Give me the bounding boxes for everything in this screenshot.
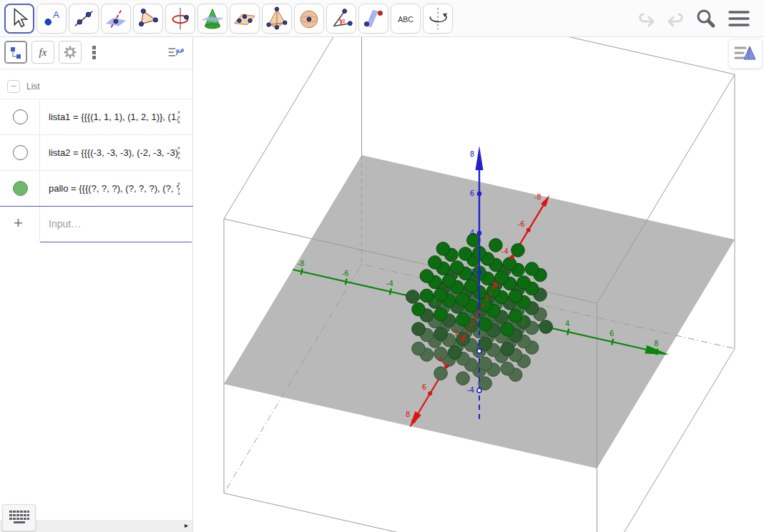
- sphere-icon: [295, 5, 323, 32]
- pallo-point: [434, 367, 448, 380]
- tool-text-button[interactable]: ABC: [391, 4, 421, 34]
- pallo-point: [451, 261, 464, 275]
- row-expression-pallo: pallo = {{{(?, ?, ?), (?, ?, ?), (?, ?, …: [49, 171, 179, 207]
- pallo-point: [420, 270, 434, 283]
- panel-expand-arrow[interactable]: ▸: [185, 521, 188, 529]
- row-menu-button[interactable]: [176, 110, 182, 124]
- collapse-group-button[interactable]: –: [7, 80, 20, 93]
- keyboard-icon: [9, 510, 30, 526]
- axis-arrowhead: [476, 146, 484, 170]
- visibility-marble-pallo[interactable]: [13, 181, 28, 196]
- z-tick-hidden: [477, 388, 481, 393]
- pallo-point: [511, 244, 525, 257]
- algebra-row-pallo[interactable]: pallo = {{{(?, ?, ?), (?, ?, ?), (?, ?, …: [0, 170, 193, 206]
- row-menu-button[interactable]: [176, 146, 182, 160]
- algebra-row-lista1[interactable]: lista1 = {{{(1, 1, 1), (1, 2, 1)}, (1, 2: [0, 99, 193, 134]
- visibility-marble-lista1[interactable]: [13, 109, 28, 124]
- algebra-input-placeholder[interactable]: Input…: [49, 218, 81, 230]
- tool-sphere-button[interactable]: [294, 4, 324, 34]
- graphics-3d-view[interactable]: -8-6-42468-8-6-424682468-4: [193, 37, 764, 532]
- algebra-row-lista2[interactable]: lista2 = {{{(-3, -3, -3), (-2, -3, -3): [0, 134, 193, 170]
- input-underline: [40, 242, 192, 242]
- function-icon: fx: [34, 44, 52, 61]
- undo-button[interactable]: [634, 6, 660, 31]
- axis-tick-label: -8: [534, 193, 542, 201]
- pallo-point: [501, 322, 514, 336]
- tool-intersect-plane-button[interactable]: [101, 4, 131, 34]
- 3d-scene: -8-6-42468-8-6-424682468-4: [193, 37, 764, 532]
- pallo-point: [434, 307, 448, 321]
- pallo-point: [501, 362, 514, 375]
- pallo-point: [456, 372, 470, 385]
- search-button[interactable]: [692, 6, 718, 31]
- more-vertical-button[interactable]: [86, 41, 103, 64]
- tool-plane-3points-button[interactable]: [230, 4, 260, 34]
- toolbar: AαABC: [0, 0, 764, 37]
- axis-tick-label: -4: [501, 247, 509, 255]
- z-tick: [477, 192, 481, 196]
- add-expression-icon: +: [14, 214, 23, 232]
- z-tick-hidden: [477, 349, 481, 353]
- tool-angle-button[interactable]: α: [326, 4, 356, 34]
- axis-tick-label: -6: [518, 220, 525, 228]
- settings-button[interactable]: [59, 41, 82, 64]
- graphics-stylebar-icon: [733, 44, 758, 63]
- tool-reflect-plane-button[interactable]: [358, 4, 388, 34]
- algebra-input-row[interactable]: +Input…: [0, 206, 193, 242]
- row-divider: [39, 171, 40, 206]
- algebra-style-button[interactable]: [167, 41, 185, 64]
- pallo-point: [456, 312, 470, 326]
- pallo-point: [456, 293, 470, 307]
- z-tick: [477, 231, 481, 235]
- more-vertical-icon: [176, 110, 182, 124]
- group-label: List: [26, 82, 40, 92]
- z-tick: [477, 270, 481, 275]
- tool-circle-axis-button[interactable]: [165, 4, 195, 34]
- pallo-point: [420, 289, 434, 302]
- more-vertical-icon: [176, 146, 182, 160]
- menu-button[interactable]: [725, 6, 751, 31]
- pallo-point: [412, 342, 426, 355]
- tool-point-button[interactable]: A: [36, 4, 67, 34]
- visibility-marble-lista2[interactable]: [13, 145, 28, 160]
- tool-move-button[interactable]: [4, 4, 34, 34]
- axis-tick-label: 2: [521, 310, 525, 317]
- virtual-keyboard-button[interactable]: [2, 504, 36, 531]
- settings-icon: [62, 44, 79, 61]
- geogebra-app: AαABC fx – List lista1 = {{{(1, 1, 1), (…: [0, 0, 764, 532]
- algebra-rows: lista1 = {{{(1, 1, 1), (1, 2, 1)}, (1, 2…: [0, 99, 193, 242]
- axis-tick-label: 2: [470, 268, 474, 276]
- svg-text:A: A: [53, 9, 59, 20]
- pallo-point: [479, 357, 492, 370]
- pallo-point: [525, 262, 539, 276]
- point-icon: A: [38, 5, 65, 32]
- pallo-point: [448, 346, 461, 360]
- intersect-plane-icon: [102, 5, 129, 32]
- pallo-point: [436, 242, 450, 256]
- tool-cone-button[interactable]: [197, 4, 227, 34]
- menu-icon: [726, 6, 750, 31]
- pallo-point: [406, 290, 420, 304]
- more-vertical-icon: [176, 182, 182, 196]
- pallo-point: [509, 290, 522, 303]
- axis-tick-label: -6: [342, 270, 349, 277]
- function-button[interactable]: fx: [31, 41, 54, 64]
- algebra-header: fx: [0, 37, 192, 69]
- x-tick: [494, 282, 498, 287]
- tool-pyramid-button[interactable]: [262, 4, 292, 34]
- pallo-point: [479, 317, 492, 331]
- x-tick: [543, 201, 547, 205]
- tree-view-button[interactable]: [4, 41, 27, 64]
- tool-rotate-view-button[interactable]: [423, 4, 453, 34]
- tool-polygon-button[interactable]: [133, 4, 163, 34]
- text-icon: ABC: [392, 5, 419, 32]
- rotate-view-icon: [424, 5, 451, 32]
- redo-button[interactable]: [660, 6, 685, 31]
- undo-icon: [635, 6, 659, 31]
- circle-axis-icon: [167, 5, 194, 32]
- row-menu-button[interactable]: [176, 182, 182, 196]
- graphics-settings-button[interactable]: [728, 39, 763, 69]
- more-vertical-icon: [86, 44, 103, 61]
- pallo-point: [501, 343, 514, 356]
- tool-line-button[interactable]: [69, 4, 99, 34]
